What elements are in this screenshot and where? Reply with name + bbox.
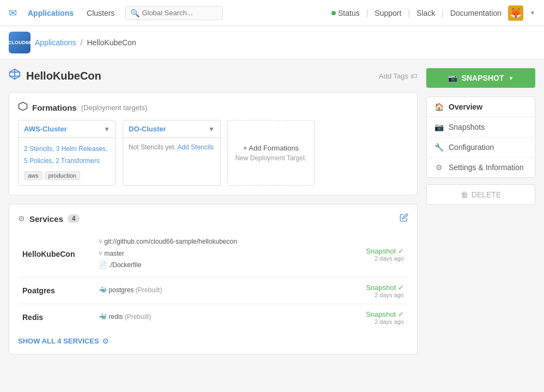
docker-icon-redis: 🐳 <box>99 313 107 321</box>
policies-count: 5 Policies, 2 Transformers <box>24 157 100 165</box>
services-header: ⚙ Services 4 <box>18 213 408 224</box>
breadcrumb: CLOUD 66 Applications / HelloKubeCon <box>0 26 544 59</box>
formations-section: Formations (Deployment targets) AWS-Clus… <box>9 92 418 195</box>
dockerfile-icon: 📄 <box>99 261 107 269</box>
chevron-down-icon[interactable]: ▼ <box>530 10 535 16</box>
search-input[interactable] <box>142 9 218 17</box>
svg-marker-4 <box>19 102 27 111</box>
stencils-count: 2 Stencils, 3 Helm Releases, <box>24 145 107 153</box>
add-formation-card[interactable]: + Add Formations New Deployment Target. <box>227 120 315 186</box>
cluster-dropdown-icon: ▼ <box>104 125 110 133</box>
cluster-tag-aws: aws <box>24 171 43 180</box>
cluster-tag-production: production <box>45 171 80 180</box>
snapshot-check-icon-redis: ✓ <box>398 310 404 318</box>
snapshot-status-poatgres: Snapshot ✓ 2 days ago <box>333 277 408 304</box>
sidebar: 📷 SNAPSHOT ▼ 🏠 Overview 📷 Snapshots 🔧 Co… <box>426 68 535 354</box>
status-label: Status <box>338 9 360 17</box>
status-dot-icon <box>331 11 336 15</box>
nav-divider: | <box>366 9 368 17</box>
support-link[interactable]: Support <box>374 9 401 17</box>
breadcrumb-applications-link[interactable]: Applications <box>35 38 76 47</box>
slack-link[interactable]: Slack <box>416 9 435 17</box>
aws-cluster-name: AWS-Cluster <box>24 125 67 133</box>
no-stencil-text: Not Stencils yet. Add Stencils <box>129 143 215 151</box>
snapshot-time-hellokubecon: 2 days ago <box>337 255 404 262</box>
add-tags-button[interactable]: Add Tags 🏷 <box>379 72 418 80</box>
add-formation-main-label: + Add Formations <box>243 144 299 152</box>
delete-button[interactable]: 🗑 DELETE <box>426 184 535 205</box>
settings-icon: ⚙ <box>434 163 443 172</box>
service-name-redis: Redis <box>18 304 94 330</box>
global-search-box[interactable]: 🔍 <box>125 6 223 20</box>
avatar[interactable]: 🦊 <box>508 5 523 21</box>
formations-subtitle: (Deployment targets) <box>81 104 147 112</box>
docker-icon: 🐳 <box>99 286 107 294</box>
aws-cluster-card: AWS-Cluster ▼ 2 Stencils, 3 Helm Release… <box>18 120 116 186</box>
table-row: HelloKubeCon ⑂ git://github.com/cloud66-… <box>18 231 408 277</box>
branch-icon: ⑂ <box>99 250 102 257</box>
git-icon: ⑂ <box>99 238 102 245</box>
aws-cluster-meta: 2 Stencils, 3 Helm Releases, 5 Policies,… <box>24 143 110 167</box>
services-section: ⚙ Services 4 HelloKubeCon ⑂ <box>9 204 418 354</box>
formations-title: Formations <box>32 103 77 112</box>
aws-cluster-header[interactable]: AWS-Cluster ▼ <box>19 120 116 138</box>
sidebar-item-configuration[interactable]: 🔧 Configuration <box>427 137 535 158</box>
trash-icon: 🗑 <box>461 190 468 199</box>
do-cluster-header[interactable]: DO-Cluster ▼ <box>123 120 220 138</box>
status-link[interactable]: Status <box>331 9 360 17</box>
sidebar-item-settings[interactable]: ⚙ Settings & Information <box>427 158 535 177</box>
snapshot-label-poatgres: Snapshot ✓ <box>366 284 404 292</box>
snapshots-icon: 📷 <box>434 123 443 131</box>
sidebar-item-overview[interactable]: 🏠 Overview <box>427 97 535 117</box>
main-layout: HelloKubeCon Add Tags 🏷 Formations (Depl… <box>0 59 544 363</box>
do-cluster-card: DO-Cluster ▼ Not Stencils yet. Add Stenc… <box>123 120 221 186</box>
service-name-hellokubecon: HelloKubeCon <box>18 231 94 277</box>
edit-services-icon[interactable] <box>400 213 408 224</box>
cloud66-logo: CLOUD 66 <box>9 32 31 53</box>
nav-divider2: | <box>408 9 410 17</box>
services-gear-icon: ⚙ <box>18 214 25 223</box>
services-table: HelloKubeCon ⑂ git://github.com/cloud66-… <box>18 231 408 330</box>
service-info-hellokubecon: ⑂ git://github.com/cloud66-sample/hellok… <box>94 231 333 277</box>
service-name-poatgres: Poatgres <box>18 277 94 304</box>
sidebar-item-snapshots[interactable]: 📷 Snapshots <box>427 117 535 137</box>
table-row: Poatgres 🐳 postgres (Prebuilt) Snapshot … <box>18 277 408 304</box>
do-cluster-dropdown-icon: ▼ <box>208 125 215 133</box>
snapshot-check-icon: ✓ <box>398 247 404 255</box>
snapshot-label-hellokubecon: Snapshot ✓ <box>366 247 404 255</box>
tag-icon: 🏷 <box>410 72 418 80</box>
breadcrumb-separator: / <box>81 38 83 47</box>
app-title: HelloKubeCon <box>26 70 101 82</box>
home-icon: 🏠 <box>434 102 443 111</box>
snapshot-time-poatgres: 2 days ago <box>337 292 404 298</box>
circle-chevron-icon: ⊙ <box>102 337 108 345</box>
show-all-services-link[interactable]: SHOW ALL 4 SERVICES ⊙ <box>18 337 408 345</box>
sidebar-navigation: 🏠 Overview 📷 Snapshots 🔧 Configuration ⚙… <box>426 97 535 178</box>
search-icon: 🔍 <box>130 9 140 17</box>
formations-icon <box>18 101 28 113</box>
do-cluster-name: DO-Cluster <box>129 125 166 133</box>
app-header: HelloKubeCon Add Tags 🏷 <box>9 68 418 83</box>
add-formation-sub-label: New Deployment Target. <box>235 154 306 162</box>
camera-icon: 📷 <box>448 74 457 82</box>
table-row: Redis 🐳 redis (Prebuilt) Snapshot ✓ 2 da… <box>18 304 408 330</box>
aws-cluster-tags: aws production <box>24 171 110 180</box>
applications-nav-link[interactable]: Applications <box>23 7 78 20</box>
snapshot-time-redis: 2 days ago <box>337 318 404 325</box>
snapshot-check-icon-poatgres: ✓ <box>398 284 404 292</box>
snapshot-button[interactable]: 📷 SNAPSHOT ▼ <box>426 68 535 88</box>
snapshot-status-redis: Snapshot ✓ 2 days ago <box>333 304 408 330</box>
email-icon[interactable]: ✉ <box>9 7 17 19</box>
top-nav-right: Status | Support | Slack | Documentation… <box>331 5 535 21</box>
aws-cluster-body: 2 Stencils, 3 Helm Releases, 5 Policies,… <box>19 138 116 185</box>
service-info-poatgres: 🐳 postgres (Prebuilt) <box>94 277 333 304</box>
snapshot-label-redis: Snapshot ✓ <box>366 310 404 318</box>
breadcrumb-current-page: HelloKubeCon <box>87 38 136 47</box>
add-stencils-link[interactable]: Add Stencils <box>177 143 214 151</box>
snapshot-status-hellokubecon: Snapshot ✓ 2 days ago <box>333 231 408 277</box>
documentation-link[interactable]: Documentation <box>450 9 501 17</box>
nav-divider3: | <box>442 9 444 17</box>
top-navigation: ✉ Applications Clusters 🔍 Status | Suppo… <box>0 0 544 26</box>
clusters-nav-link[interactable]: Clusters <box>82 7 119 20</box>
services-count-badge: 4 <box>68 214 80 223</box>
